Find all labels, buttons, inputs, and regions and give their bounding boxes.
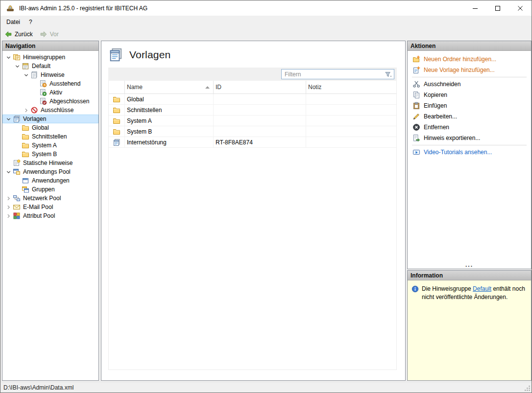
chevron-right-icon[interactable] <box>4 203 13 211</box>
filter-icon[interactable] <box>385 71 392 78</box>
action-entfernen[interactable]: Entfernen <box>408 122 531 133</box>
information-body: Die Hinweisgruppe Default enthält noch n… <box>408 280 531 380</box>
action-neue-vorlage-hinzuf-gen[interactable]: Neue Vorlage hinzufügen... <box>408 65 531 75</box>
table-row-system-b[interactable]: System B <box>109 126 396 137</box>
tree-item-ausstehend[interactable]: Ausstehend <box>2 79 98 88</box>
cell-id: RT-8F8AE874 <box>214 137 306 147</box>
cell-notiz <box>306 137 396 147</box>
tree-item-hinweise[interactable]: Hinweise <box>2 70 98 79</box>
chevron-down-icon[interactable] <box>4 53 13 62</box>
cut-icon <box>412 80 420 88</box>
table-row-system-a[interactable]: System A <box>109 116 396 126</box>
forward-label: Vor <box>50 31 59 38</box>
tree-item-anwendungen[interactable]: Anwendungen <box>2 176 98 185</box>
ausschluesse-icon <box>30 106 38 114</box>
tree-item-netzwerk-pool[interactable]: Netzwerk Pool <box>2 194 98 203</box>
tree-item-hinweisgruppen[interactable]: Hinweisgruppen <box>2 53 98 62</box>
column-header-notiz[interactable]: Notiz <box>306 81 396 93</box>
sort-asc-icon <box>205 86 210 89</box>
default-group-link[interactable]: Default <box>473 285 491 292</box>
filter-box <box>281 69 394 79</box>
tree-item-gruppen[interactable]: Gruppen <box>2 185 98 194</box>
tree-item-ausschl-sse[interactable]: Ausschlüsse <box>2 106 98 115</box>
navigation-header: Navigation <box>2 41 98 51</box>
toolbar: Zurück Vor <box>0 28 532 41</box>
cell-id <box>214 126 306 137</box>
content-inner: NameIDNotiz Global Schnittstellen System… <box>108 68 397 370</box>
table-row-schnittstellen[interactable]: Schnittstellen <box>109 105 396 116</box>
chevron-right-icon[interactable] <box>4 194 13 203</box>
tree-item-schnittstellen[interactable]: Schnittstellen <box>2 132 98 141</box>
column-header-name[interactable]: Name <box>125 81 214 93</box>
close-button[interactable] <box>509 0 532 16</box>
menu-item-idx1[interactable]: ? <box>24 16 37 28</box>
tree-item-label: Statische Hinweise <box>21 160 73 166</box>
status-path: D:\IBI-aws\Admin\Data.xml <box>3 384 73 391</box>
paste-icon <box>412 102 420 110</box>
tree-item-label: System A <box>29 142 57 149</box>
column-header-icon[interactable] <box>109 81 125 93</box>
back-button[interactable]: Zurück <box>1 29 36 39</box>
tree-item-statische-hinweise[interactable]: Statische Hinweise <box>2 159 98 167</box>
twisty-spacer <box>4 159 13 167</box>
tree-item-vorlagen[interactable]: Vorlagen <box>2 115 98 123</box>
edit-icon <box>412 113 420 120</box>
menu-item-datei[interactable]: Datei <box>2 16 24 28</box>
chevron-down-icon[interactable] <box>4 168 13 176</box>
chevron-right-icon[interactable] <box>22 106 30 115</box>
new-template-icon <box>412 66 420 74</box>
minimize-button[interactable] <box>464 0 486 16</box>
cell-name: System A <box>125 116 214 126</box>
action-kopieren[interactable]: Kopieren <box>408 90 531 100</box>
tree-item-anwendungs-pool[interactable]: Anwendungs Pool <box>2 167 98 176</box>
app-icon[interactable] <box>6 4 14 12</box>
vorlage-icon <box>113 139 121 146</box>
tree-item-label: E-Mail Pool <box>21 204 53 210</box>
tree-item-attribut-pool[interactable]: Attribut Pool <box>2 211 98 220</box>
twisty-spacer <box>31 97 39 106</box>
table-header: NameIDNotiz <box>109 81 396 94</box>
action-einf-gen[interactable]: Einfügen <box>408 100 531 111</box>
action-bearbeiten[interactable]: Bearbeiten... <box>408 111 531 122</box>
action-separator <box>412 77 527 77</box>
cell-name: System B <box>125 126 214 137</box>
cell-notiz <box>306 105 396 115</box>
title-bar: IBI-aws Admin 1.25.0 - registriert für I… <box>0 0 532 16</box>
tree-item-aktiv[interactable]: Aktiv <box>2 88 98 97</box>
filter-input[interactable] <box>282 69 385 79</box>
column-header-id[interactable]: ID <box>214 81 306 93</box>
actions-splitter[interactable]: ... <box>408 264 531 269</box>
menubar: Datei? <box>0 16 532 28</box>
tree-item-abgeschlossen[interactable]: Abgeschlossen <box>2 97 98 106</box>
tree-item-e-mail-pool[interactable]: E-Mail Pool <box>2 203 98 211</box>
forward-button[interactable]: Vor <box>37 29 62 39</box>
table-row-internetst-rung[interactable]: Internetstörung RT-8F8AE874 <box>109 137 396 148</box>
cell-notiz <box>306 126 396 137</box>
twisty-spacer <box>13 185 22 194</box>
action-neuen-ordner-hinzuf-gen[interactable]: Neuen Ordner hinzufügen... <box>408 54 531 65</box>
tree-item-system-b[interactable]: System B <box>2 150 98 159</box>
resize-grip-icon[interactable] <box>524 385 531 392</box>
chevron-down-icon[interactable] <box>22 71 30 79</box>
netzwerk-pool-icon <box>13 194 21 202</box>
folder-icon <box>22 141 29 149</box>
action-hinweis-exportieren[interactable]: Hinweis exportieren... <box>408 133 531 143</box>
maximize-button[interactable] <box>486 0 509 16</box>
tree-item-default[interactable]: Default <box>2 62 98 70</box>
action-ausschneiden[interactable]: Ausschneiden <box>408 79 531 90</box>
export-icon <box>412 134 420 142</box>
chevron-down-icon[interactable] <box>13 62 22 70</box>
filter-band <box>108 68 397 81</box>
hinweise-icon <box>30 71 38 79</box>
tree-item-global[interactable]: Global <box>2 123 98 132</box>
tree-item-system-a[interactable]: System A <box>2 141 98 150</box>
video-icon <box>412 148 420 156</box>
table-row-global[interactable]: Global <box>109 94 396 105</box>
navigation-tree: HinweisgruppenDefaultHinweiseAusstehendA… <box>2 51 98 380</box>
chevron-right-icon[interactable] <box>4 212 13 220</box>
chevron-down-icon[interactable] <box>4 115 13 123</box>
information-panel: Information Die Hinweisgruppe Default en… <box>407 270 532 381</box>
information-message: Die Hinweisgruppe Default enthält noch n… <box>422 285 527 302</box>
action-video-tutorials-ansehen[interactable]: Video-Tutorials ansehen... <box>408 147 531 158</box>
navigation-panel: Navigation HinweisgruppenDefaultHinweise… <box>2 41 99 381</box>
